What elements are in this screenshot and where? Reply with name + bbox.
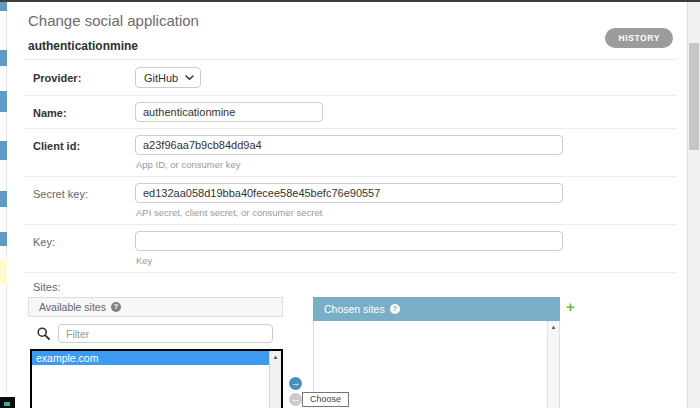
key-field-row: Key: Key [25,225,677,273]
left-strip-segment [0,232,7,246]
client-id-field-row: Client id: App ID, or consumer key [25,129,677,177]
chosen-list-scrollbar[interactable]: ▲ [547,321,559,408]
available-sites-header-label: Available sites [39,301,106,313]
arrow-right-icon: → [289,377,302,390]
left-strip-segment [0,141,7,160]
secret-key-input[interactable] [135,183,563,203]
left-strip-segment [0,91,7,112]
key-input[interactable] [135,231,563,251]
secret-key-field-row: Secret key: API secret, client secret, o… [25,177,677,225]
chosen-sites-box: Chosen sites ? ▲ [313,297,560,408]
key-label: Key: [25,225,135,272]
chosen-sites-header-label: Chosen sites [324,303,385,315]
secret-key-help-text: API secret, client secret, or consumer s… [136,207,677,218]
available-sites-list[interactable]: example.com ▲ [30,349,283,408]
help-icon[interactable]: ? [111,302,121,312]
chosen-sites-list[interactable]: ▲ [313,321,560,408]
client-id-label: Client id: [25,129,135,176]
sites-label: Sites: [33,281,677,293]
change-social-application-page: Change social application HISTORY authen… [0,0,700,408]
list-item[interactable]: example.com [32,351,269,365]
help-icon[interactable]: ? [390,304,400,314]
filter-input[interactable] [58,324,273,343]
search-icon [37,327,50,340]
chevron-down-icon [185,75,194,81]
provider-select[interactable]: GitHub [135,67,201,88]
object-name-heading: authenticationmine [28,39,677,53]
client-id-input[interactable] [135,135,563,155]
name-field-row: Name: [25,96,677,129]
key-help-text: Key [136,255,677,266]
left-strip-segment [0,191,7,207]
left-strip-segment [0,50,7,66]
scroll-up-icon[interactable]: ▲ [548,321,559,333]
available-sites-filter-bar [28,317,283,349]
choose-button[interactable]: → [289,377,302,390]
choose-tooltip: Choose [302,392,349,407]
bottom-left-window-fragment [0,397,15,408]
remove-button[interactable]: ← [289,393,302,406]
add-site-icon[interactable]: + [566,300,575,314]
client-id-help-text: App ID, or consumer key [136,159,677,170]
left-edge-strip [0,2,7,408]
chosen-sites-header: Chosen sites ? [313,297,560,321]
available-sites-header: Available sites ? [28,297,283,317]
social-application-form: Provider: GitHub Name: Client id: [25,59,677,408]
left-strip-segment [0,2,7,11]
page-title: Change social application [28,12,677,29]
page-scrollbar[interactable] [687,2,700,408]
provider-field-row: Provider: GitHub [25,60,677,96]
provider-label: Provider: [25,60,135,95]
sites-selector-widget: Available sites ? example.com ▲ [28,297,677,408]
available-sites-box: Available sites ? example.com ▲ [28,297,283,408]
page-scrollbar-thumb[interactable] [689,43,699,150]
name-input[interactable] [135,102,323,122]
sites-field-row: Sites: Available sites ? example.com [25,273,677,408]
provider-select-value: GitHub [144,72,178,84]
scroll-up-icon[interactable]: ▲ [270,351,281,363]
window-top-edge [0,0,700,2]
left-strip-segment [0,259,7,284]
arrow-left-icon: ← [289,393,302,406]
history-button[interactable]: HISTORY [605,28,673,48]
available-list-scrollbar[interactable]: ▲ [269,351,281,408]
name-label: Name: [25,96,135,128]
secret-key-label: Secret key: [25,177,135,224]
main-content: Change social application HISTORY authen… [25,2,677,408]
